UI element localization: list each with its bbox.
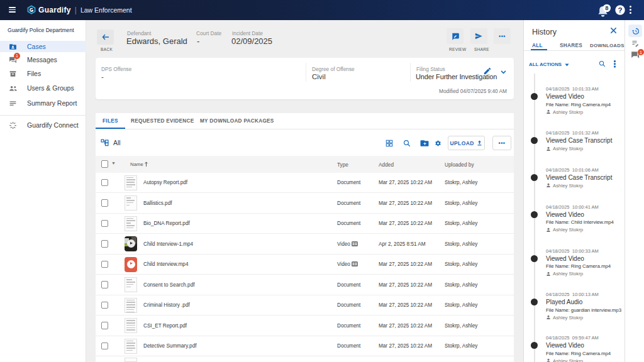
svg-text:8: 8 [605,4,608,11]
svg-text:?: ? [618,6,622,14]
